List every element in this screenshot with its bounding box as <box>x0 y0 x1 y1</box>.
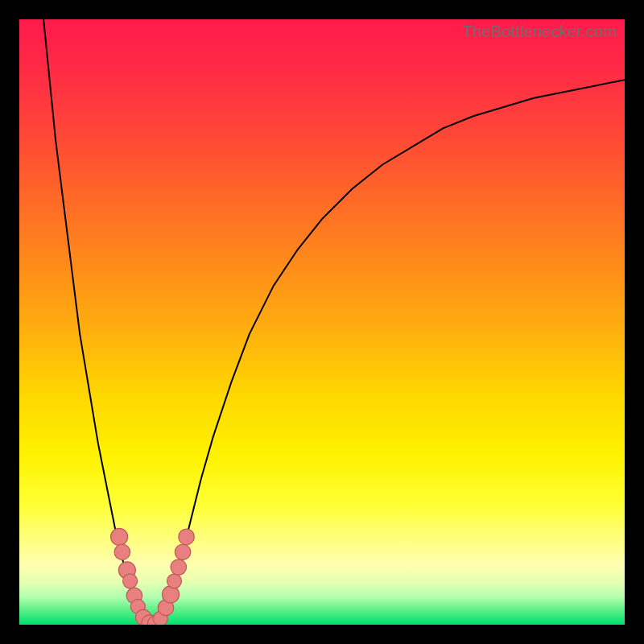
data-marker <box>179 529 195 545</box>
data-marker <box>175 544 191 560</box>
bottleneck-curve <box>19 19 625 625</box>
data-marker <box>123 574 138 588</box>
watermark-text: TheBottlenecker.com <box>462 23 617 41</box>
chart-frame: TheBottlenecker.com <box>0 0 644 644</box>
data-marker <box>167 574 181 588</box>
data-marker <box>111 528 128 545</box>
plot-area: TheBottlenecker.com <box>19 19 625 625</box>
data-marker <box>171 559 187 576</box>
data-marker <box>114 544 130 560</box>
